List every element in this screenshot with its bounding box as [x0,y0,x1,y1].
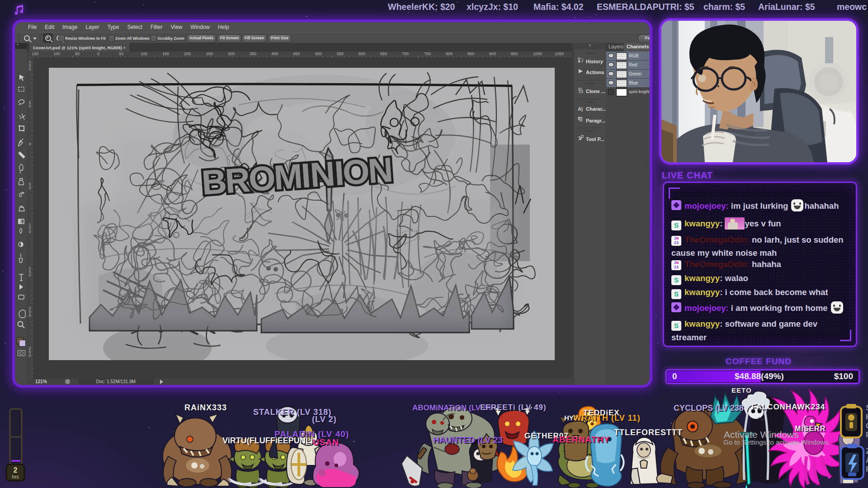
svg-text:P: P [866,431,868,439]
svg-text:hrs: hrs [12,474,19,479]
svg-text:P: P [866,465,868,474]
svg-text:S: S [866,404,868,412]
svg-text:Z: Z [866,447,868,455]
svg-text:O: O [866,422,868,430]
svg-text:2: 2 [14,466,18,474]
svg-text:H: H [866,413,868,421]
svg-text:A: A [866,456,868,465]
